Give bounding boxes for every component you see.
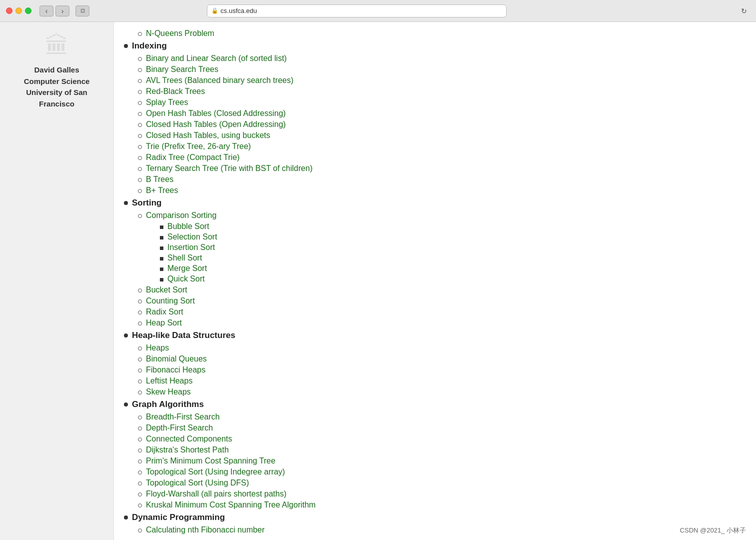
list-item[interactable]: Skew Heaps xyxy=(124,388,746,396)
item-label: Breadth-First Search xyxy=(146,412,220,422)
list-item[interactable]: Connected Components xyxy=(124,434,746,444)
forward-button[interactable]: › xyxy=(55,6,69,16)
section-heap: Heap-like Data Structures xyxy=(124,330,746,340)
sidebar-author: David Galles Computer Science University… xyxy=(24,64,90,110)
circle-bullet xyxy=(138,358,142,362)
list-item[interactable]: N-Queens Problem xyxy=(124,29,746,38)
circle-bullet xyxy=(138,470,142,474)
list-item[interactable]: Insertion Sort xyxy=(124,243,746,252)
item-label: N-Queens Problem xyxy=(146,29,214,38)
close-button[interactable] xyxy=(6,8,12,14)
item-label: Insertion Sort xyxy=(167,243,215,252)
list-item[interactable]: Bucket Sort xyxy=(124,286,746,294)
list-item[interactable]: Prim's Minimum Cost Spanning Tree xyxy=(124,456,746,466)
list-item[interactable]: Closed Hash Tables (Open Addressing) xyxy=(124,120,746,129)
list-item[interactable]: Heap Sort xyxy=(124,318,746,328)
item-label: Prim's Minimum Cost Spanning Tree xyxy=(146,456,275,466)
circle-bullet xyxy=(138,90,142,94)
circle-bullet xyxy=(138,482,142,486)
list-item[interactable]: Binary and Linear Search (of sorted list… xyxy=(124,54,746,63)
circle-bullet xyxy=(138,57,142,61)
bullet-icon xyxy=(124,402,128,406)
item-label: B+ Trees xyxy=(146,186,178,195)
item-label: Leftist Heaps xyxy=(146,376,192,386)
list-item[interactable]: Splay Trees xyxy=(124,98,746,107)
item-label: Quick Sort xyxy=(167,274,205,284)
list-item[interactable]: Dijkstra's Shortest Path xyxy=(124,446,746,454)
section-label: Dynamic Programming xyxy=(132,512,225,522)
maximize-button[interactable] xyxy=(25,8,31,14)
item-label: Red-Black Trees xyxy=(146,87,205,96)
section-graph: Graph Algorithms xyxy=(124,400,746,410)
square-bullet xyxy=(160,278,163,282)
list-item[interactable]: AVL Trees (Balanced binary search trees) xyxy=(124,76,746,85)
circle-bullet xyxy=(138,112,142,116)
list-item[interactable]: Closed Hash Tables, using buckets xyxy=(124,131,746,140)
list-item[interactable]: Binary Search Trees xyxy=(124,65,746,74)
list-item[interactable]: Open Hash Tables (Closed Addressing) xyxy=(124,109,746,118)
item-label: Kruskal Minimum Cost Spanning Tree Algor… xyxy=(146,500,316,510)
section-label: Graph Algorithms xyxy=(132,400,204,410)
item-label: B Trees xyxy=(146,175,173,184)
list-item[interactable]: B Trees xyxy=(124,175,746,184)
list-item[interactable]: Trie (Prefix Tree, 26-ary Tree) xyxy=(124,142,746,151)
url-text: cs.usfca.edu xyxy=(220,7,257,14)
item-label: Topological Sort (Using DFS) xyxy=(146,478,249,488)
list-item[interactable]: Calculating nth Fibonacci number xyxy=(124,526,746,534)
circle-bullet xyxy=(138,167,142,171)
circle-bullet xyxy=(138,68,142,72)
list-item[interactable]: Leftist Heaps xyxy=(124,376,746,386)
list-item[interactable]: Heaps xyxy=(124,344,746,352)
nav-buttons: ‹ › xyxy=(39,6,69,16)
list-item[interactable]: Radix Sort xyxy=(124,308,746,316)
circle-bullet xyxy=(138,300,142,304)
list-item[interactable]: Selection Sort xyxy=(124,232,746,242)
circle-bullet xyxy=(138,390,142,394)
address-bar[interactable]: 🔒 cs.usfca.edu xyxy=(207,4,507,18)
list-item[interactable]: Bubble Sort xyxy=(124,222,746,231)
item-label: AVL Trees (Balanced binary search trees) xyxy=(146,76,293,85)
circle-bullet xyxy=(138,460,142,464)
bullet-icon xyxy=(124,201,128,205)
item-label: Bubble Sort xyxy=(167,222,209,231)
list-item[interactable]: Topological Sort (Using Indegree array) xyxy=(124,468,746,476)
list-item[interactable]: Merge Sort xyxy=(124,264,746,273)
list-item[interactable]: Quick Sort xyxy=(124,274,746,284)
list-item[interactable]: Red-Black Trees xyxy=(124,87,746,96)
list-item[interactable]: Floyd-Warshall (all pairs shortest paths… xyxy=(124,490,746,498)
item-label: Splay Trees xyxy=(146,98,188,107)
list-item[interactable]: Ternary Search Tree (Trie with BST of ch… xyxy=(124,164,746,173)
list-item[interactable]: Shell Sort xyxy=(124,254,746,262)
list-item[interactable]: Comparison Sorting xyxy=(124,211,746,220)
list-item[interactable]: Breadth-First Search xyxy=(124,412,746,422)
list-item[interactable]: Counting Sort xyxy=(124,296,746,306)
circle-bullet xyxy=(138,416,142,420)
section-indexing: Indexing xyxy=(124,41,746,51)
list-item[interactable]: B+ Trees xyxy=(124,186,746,195)
circle-bullet xyxy=(138,346,142,350)
circle-bullet xyxy=(138,32,142,36)
traffic-lights xyxy=(6,8,31,14)
back-button[interactable]: ‹ xyxy=(39,6,53,16)
list-item[interactable]: Kruskal Minimum Cost Spanning Tree Algor… xyxy=(124,500,746,510)
circle-bullet xyxy=(138,504,142,508)
item-label: Closed Hash Tables, using buckets xyxy=(146,131,270,140)
list-item[interactable]: Binomial Queues xyxy=(124,354,746,364)
sidebar-toggle-button[interactable]: ⊡ xyxy=(75,6,89,16)
list-item[interactable]: Topological Sort (Using DFS) xyxy=(124,478,746,488)
item-label: Floyd-Warshall (all pairs shortest paths… xyxy=(146,490,286,498)
list-item[interactable]: Radix Tree (Compact Trie) xyxy=(124,153,746,162)
circle-bullet xyxy=(138,310,142,314)
minimize-button[interactable] xyxy=(15,8,22,14)
item-label: Selection Sort xyxy=(167,232,217,242)
circle-bullet xyxy=(138,145,142,149)
list-item[interactable]: Fibonacci Heaps xyxy=(124,366,746,374)
section-label: Sorting xyxy=(132,198,162,208)
list-item[interactable]: Depth-First Search xyxy=(124,424,746,432)
circle-bullet xyxy=(138,101,142,105)
item-label: Shell Sort xyxy=(167,254,202,262)
square-bullet xyxy=(160,236,163,240)
reload-button[interactable]: ↻ xyxy=(738,6,750,16)
item-label: Binary and Linear Search (of sorted list… xyxy=(146,54,287,63)
item-label: Binary Search Trees xyxy=(146,65,218,74)
